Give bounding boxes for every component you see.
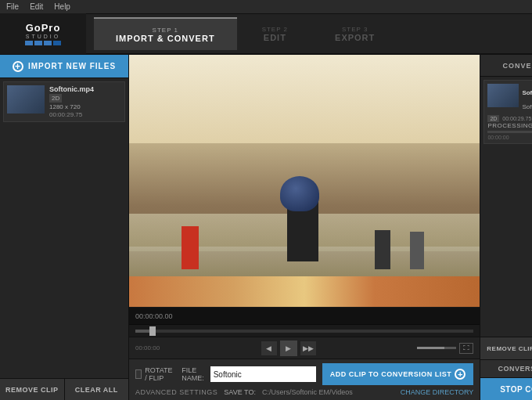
add-btn-label: ADD CLIP TO CONVERSION LIST bbox=[330, 370, 452, 378]
ctrl-left: 00:00:00 bbox=[135, 344, 160, 351]
conv-item-top: Softonic.mp4 Softonic.avi bbox=[487, 84, 532, 112]
logo-name: GoPro bbox=[26, 22, 61, 34]
menu-file[interactable]: File bbox=[6, 2, 19, 11]
logo-dots bbox=[25, 41, 61, 45]
tabs: STEP 1 IMPORT & CONVERT STEP 2 EDIT STEP… bbox=[86, 13, 532, 54]
right-panel: CONVERSION LIST Softonic.mp4 Softonic.av… bbox=[480, 55, 532, 400]
figure-gray bbox=[410, 232, 424, 269]
conversion-list-title: CONVERSION LIST bbox=[503, 62, 532, 70]
conv-time-start: 00:00:00 bbox=[487, 135, 509, 140]
timeline-track bbox=[135, 330, 473, 333]
tab3-step: STEP 3 bbox=[342, 26, 368, 33]
file-duration: 00:00:29.75 bbox=[49, 111, 94, 118]
conversion-list: Softonic.mp4 Softonic.avi 2D 00:00:29.75… bbox=[480, 77, 532, 337]
bottom-row2: ADVANCED SETTINGS SAVE TO: C:/Users/Soft… bbox=[135, 388, 473, 396]
file-info: Softonic.mp4 2D 1280 x 720 00:00:29.75 bbox=[49, 85, 94, 118]
figure-red bbox=[182, 226, 199, 269]
left-bottom-buttons: REMOVE CLIP CLEAR ALL bbox=[0, 378, 128, 400]
office-scene bbox=[129, 55, 480, 307]
tab-edit[interactable]: STEP 2 EDIT bbox=[240, 17, 310, 50]
rotate-label: ROTATE / FLIP bbox=[145, 366, 175, 382]
volume-fill bbox=[417, 347, 444, 349]
rotate-flip-button[interactable]: ROTATE / FLIP bbox=[135, 366, 175, 382]
file-name: Softonic.mp4 bbox=[49, 85, 94, 93]
conv-status: PROCESSING bbox=[487, 122, 532, 129]
menubar: File Edit Help bbox=[0, 0, 532, 14]
conv-output-name: Softonic.avi bbox=[522, 103, 532, 110]
logo-dot-1 bbox=[25, 41, 33, 45]
list-item[interactable]: Softonic.mp4 2D 1280 x 720 00:00:29.75 bbox=[3, 81, 125, 122]
saveto-path: C:/Users/Softonic EM/Videos bbox=[262, 388, 394, 396]
ctrl-center: ◀ ▶ ▶▶ bbox=[261, 341, 316, 356]
change-directory-button[interactable]: CHANGE DIRECTORY bbox=[401, 388, 474, 396]
advanced-settings-button[interactable]: ADVANCED SETTINGS bbox=[135, 388, 217, 396]
tab2-name: EDIT bbox=[264, 33, 286, 42]
play-button[interactable]: ▶ bbox=[280, 341, 297, 356]
logo-dot-4 bbox=[53, 41, 61, 45]
timecode-bar: 00:00:00.00 bbox=[129, 307, 480, 324]
tab1-step: STEP 1 bbox=[153, 27, 178, 34]
menu-help[interactable]: Help bbox=[54, 2, 70, 11]
stop-conversion-button[interactable]: STOP CONVERSION bbox=[480, 378, 532, 400]
filename-input[interactable] bbox=[210, 366, 316, 382]
bottom-row1: ROTATE / FLIP FILE NAME: ADD CLIP TO CON… bbox=[135, 363, 473, 385]
import-new-files-button[interactable]: + IMPORT NEW FILES bbox=[0, 55, 128, 78]
bottom-controls: ROTATE / FLIP FILE NAME: ADD CLIP TO CON… bbox=[129, 359, 480, 400]
logo-area: GoPro STUDIO bbox=[0, 13, 86, 54]
rotate-checkbox[interactable] bbox=[135, 369, 142, 379]
playback-controls: 00:00:00 ◀ ▶ ▶▶ ⛶ bbox=[129, 337, 480, 359]
right-bottom: REMOVE CLIP CLEAR ALL CONVERSION DETAILS… bbox=[480, 337, 532, 400]
saveto-label: SAVE TO: bbox=[224, 388, 256, 396]
tab3-name: EXPORT bbox=[335, 33, 375, 42]
conv-times: 00:00:00 00:00:29.75 bbox=[487, 135, 532, 140]
logo-dot-2 bbox=[34, 41, 42, 45]
conv-tag: 2D bbox=[487, 115, 499, 122]
floor bbox=[129, 276, 480, 307]
left-panel: + IMPORT NEW FILES Softonic.mp4 2D 1280 … bbox=[0, 55, 129, 400]
logo-dot-3 bbox=[44, 41, 52, 45]
file-list: Softonic.mp4 2D 1280 x 720 00:00:29.75 bbox=[0, 78, 128, 378]
plus-icon: + bbox=[13, 61, 23, 72]
center-area: 00:00:00.00 00:00:00 ◀ ▶ ▶▶ ⛶ bbox=[129, 55, 480, 400]
figure-dark bbox=[375, 230, 390, 269]
timeline-bar[interactable] bbox=[129, 324, 480, 337]
menu-edit[interactable]: Edit bbox=[30, 2, 43, 11]
video-placeholder bbox=[129, 55, 480, 307]
add-clip-to-list-button[interactable]: ADD CLIP TO CONVERSION LIST + bbox=[322, 363, 474, 385]
filename-label: FILE NAME: bbox=[182, 366, 204, 382]
conv-info: Softonic.mp4 Softonic.avi bbox=[522, 84, 532, 112]
header: GoPro STUDIO STEP 1 IMPORT & CONVERT STE… bbox=[0, 14, 532, 55]
import-btn-label: IMPORT NEW FILES bbox=[28, 62, 116, 70]
file-thumb-inner bbox=[7, 85, 45, 114]
conv-progress-bar bbox=[487, 131, 532, 133]
conversion-list-header: CONVERSION LIST bbox=[480, 55, 532, 77]
timeline-marker[interactable] bbox=[149, 326, 156, 336]
tab1-name: IMPORT & CONVERT bbox=[116, 34, 215, 43]
remove-clip-button-right[interactable]: REMOVE CLIP bbox=[480, 337, 532, 359]
tab2-step: STEP 2 bbox=[262, 26, 288, 33]
fullscreen-button[interactable]: ⛶ bbox=[459, 343, 473, 354]
conv-thumbnail bbox=[487, 84, 519, 107]
logo-sub: STUDIO bbox=[26, 34, 60, 39]
conversion-details-button[interactable]: CONVERSION DETAILS bbox=[480, 359, 532, 378]
step-back-button[interactable]: ◀ bbox=[261, 341, 277, 355]
step-forward-button[interactable]: ▶▶ bbox=[300, 341, 316, 355]
clear-all-button-left[interactable]: CLEAR ALL bbox=[65, 379, 129, 400]
tab-export[interactable]: STEP 3 EXPORT bbox=[313, 17, 397, 50]
conv-status-row: PROCESSING 0% bbox=[487, 122, 532, 129]
ctrl-right: ⛶ bbox=[417, 343, 473, 354]
conv-source-name: Softonic.mp4 bbox=[522, 89, 532, 96]
file-tag: 2D bbox=[49, 94, 62, 103]
gopro-logo: GoPro STUDIO bbox=[25, 22, 61, 45]
timecode-value: 00:00:00.00 bbox=[135, 312, 173, 320]
right-btn-row1: REMOVE CLIP CLEAR ALL bbox=[480, 337, 532, 359]
tab-import-convert[interactable]: STEP 1 IMPORT & CONVERT bbox=[94, 17, 237, 50]
volume-slider[interactable] bbox=[417, 347, 456, 349]
list-item[interactable]: Softonic.mp4 Softonic.avi 2D 00:00:29.75… bbox=[483, 80, 532, 144]
office-ceiling bbox=[129, 55, 480, 143]
file-resolution: 1280 x 720 bbox=[49, 103, 94, 110]
video-container[interactable] bbox=[129, 55, 480, 307]
main-layout: + IMPORT NEW FILES Softonic.mp4 2D 1280 … bbox=[0, 55, 532, 400]
file-thumbnail bbox=[7, 85, 45, 114]
remove-clip-button-left[interactable]: REMOVE CLIP bbox=[0, 379, 65, 400]
